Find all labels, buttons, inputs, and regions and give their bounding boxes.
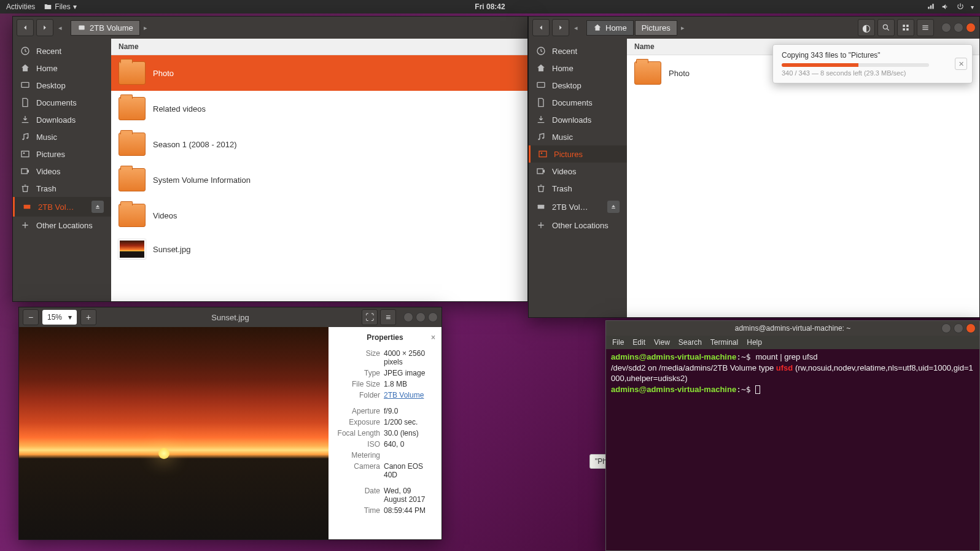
app-menu[interactable]: Files ▾	[44, 2, 76, 11]
sidebar-item-documents[interactable]: Documents	[529, 94, 627, 111]
gnome-topbar: Activities Files ▾ Fri 08:42 ▾	[0, 0, 980, 13]
sidebar-item-pictures[interactable]: Pictures	[13, 145, 111, 163]
view-grid-button[interactable]	[897, 19, 914, 36]
maximize-button[interactable]	[954, 323, 963, 333]
eject-button[interactable]	[91, 201, 104, 213]
sidebar-item-trash[interactable]: Trash	[13, 180, 111, 197]
list-item[interactable]: Sunset.jpg	[111, 233, 527, 265]
menu-view[interactable]: View	[654, 338, 670, 347]
svg-point-4	[26, 137, 28, 139]
hamburger-menu-button[interactable]: ≡	[380, 309, 396, 325]
chevron-down-icon: ▾	[73, 2, 77, 11]
volume-icon[interactable]	[941, 2, 950, 11]
sidebar-item-desktop[interactable]: Desktop	[529, 77, 627, 94]
folder-icon	[119, 204, 146, 227]
minimize-button[interactable]	[403, 312, 413, 322]
sidebar-item-pictures[interactable]: Pictures	[529, 145, 627, 163]
path-segment-pictures[interactable]: Pictures	[635, 20, 677, 36]
column-header-name[interactable]: Name	[111, 39, 527, 55]
toolbar: ◂ Home Pictures ▸ ◐	[529, 17, 979, 39]
menu-edit[interactable]: Edit	[632, 338, 645, 347]
sidebar-item-recent[interactable]: Recent	[13, 42, 111, 60]
copy-title: Copying 343 files to "Pictures"	[782, 51, 963, 60]
path-chevron-icon[interactable]: ▸	[141, 24, 150, 32]
close-panel-button[interactable]: ×	[431, 333, 435, 342]
minimize-button[interactable]	[941, 23, 951, 33]
back-button[interactable]	[532, 19, 550, 36]
close-button[interactable]	[428, 312, 438, 322]
close-button[interactable]	[966, 23, 976, 33]
sidebar-item-other[interactable]: Other Locations	[13, 217, 111, 234]
search-button[interactable]	[877, 19, 895, 36]
contrast-button[interactable]: ◐	[858, 19, 875, 36]
minimize-button[interactable]	[941, 323, 951, 333]
list-item[interactable]: Season 1 (2008 - 2012)	[111, 126, 527, 162]
svg-rect-10	[903, 25, 905, 27]
sidebar-item-volume[interactable]: 2TB Vol…	[529, 197, 627, 217]
forward-button[interactable]	[36, 19, 53, 36]
menu-terminal[interactable]: Terminal	[710, 338, 738, 347]
sidebar-item-volume[interactable]: 2TB Vol…	[13, 197, 111, 217]
maximize-button[interactable]	[954, 23, 963, 33]
sidebar-item-trash[interactable]: Trash	[529, 180, 627, 197]
files-icon	[44, 2, 52, 11]
folder-icon	[119, 97, 146, 120]
sidebar-item-home[interactable]: Home	[529, 60, 627, 77]
image-thumb	[119, 239, 146, 259]
progress-bar	[782, 63, 929, 67]
file-list: Name Photo Related videos Season 1 (2008…	[111, 39, 527, 301]
svg-rect-7	[21, 169, 27, 174]
cancel-copy-button[interactable]: ✕	[955, 58, 967, 70]
path-segment-volume[interactable]: 2TB Volume	[71, 20, 140, 36]
list-item[interactable]: Photo	[111, 55, 527, 91]
sidebar-item-videos[interactable]: Videos	[529, 163, 627, 180]
eject-button[interactable]	[607, 201, 620, 213]
forward-button[interactable]	[552, 19, 569, 36]
zoom-in-button[interactable]: +	[80, 309, 96, 325]
maximize-button[interactable]	[416, 312, 426, 322]
sidebar-item-home[interactable]: Home	[13, 60, 111, 77]
sidebar-item-videos[interactable]: Videos	[13, 163, 111, 180]
folder-link[interactable]: 2TB Volume	[384, 391, 435, 399]
image-title: Sunset.jpg	[211, 313, 249, 322]
svg-rect-5	[21, 151, 29, 156]
sidebar-item-documents[interactable]: Documents	[13, 94, 111, 111]
sidebar-item-recent[interactable]: Recent	[529, 42, 627, 60]
sidebar-item-downloads[interactable]: Downloads	[13, 111, 111, 128]
sidebar-item-music[interactable]: Music	[13, 128, 111, 145]
folder-icon	[634, 61, 661, 85]
properties-panel: Properties× Size4000 × 2560 pixels TypeJ…	[329, 327, 441, 539]
drive-icon	[77, 23, 86, 32]
menu-help[interactable]: Help	[747, 338, 762, 347]
chevron-down-icon[interactable]: ▾	[971, 4, 974, 10]
zoom-select[interactable]: 15%▾	[42, 310, 77, 325]
sidebar-item-music[interactable]: Music	[529, 128, 627, 145]
svg-point-6	[23, 152, 25, 154]
hamburger-menu-button[interactable]	[917, 19, 934, 36]
list-item[interactable]: System Volume Information	[111, 162, 527, 198]
sidebar-item-downloads[interactable]: Downloads	[529, 111, 627, 128]
terminal-titlebar[interactable]: admins@admins-virtual-machine: ~	[606, 321, 979, 336]
path-chevron-icon: ◂	[56, 24, 64, 32]
image-canvas[interactable]	[19, 327, 329, 539]
sidebar-item-desktop[interactable]: Desktop	[13, 77, 111, 94]
network-icon[interactable]	[927, 2, 935, 11]
menu-search[interactable]: Search	[679, 338, 702, 347]
svg-rect-18	[539, 151, 546, 156]
power-icon[interactable]	[956, 2, 965, 11]
list-item[interactable]: Videos	[111, 198, 527, 233]
path-segment-home[interactable]: Home	[586, 20, 634, 36]
terminal-body[interactable]: admins@admins-virtual-machine:~$ mount |…	[606, 349, 979, 550]
svg-rect-0	[79, 26, 84, 30]
fullscreen-button[interactable]: ⛶	[362, 309, 378, 325]
sidebar-item-other[interactable]: Other Locations	[529, 217, 627, 234]
clock[interactable]: Fri 08:42	[475, 2, 505, 11]
list-item[interactable]: Related videos	[111, 91, 527, 126]
zoom-out-button[interactable]: −	[23, 309, 39, 325]
close-button[interactable]	[966, 323, 976, 333]
activities-button[interactable]: Activities	[6, 2, 35, 11]
properties-title: Properties	[367, 333, 403, 342]
menu-file[interactable]: File	[612, 338, 624, 347]
back-button[interactable]	[17, 19, 34, 36]
path-chevron-icon[interactable]: ▸	[679, 24, 687, 32]
